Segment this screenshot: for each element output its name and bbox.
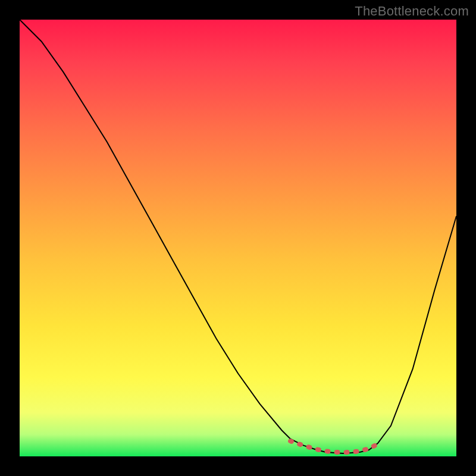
bottleneck-curve [20, 20, 456, 453]
chart-plot-area [20, 20, 456, 456]
optimal-range-highlight [290, 441, 378, 452]
chart-svg [20, 20, 456, 456]
watermark-text: TheBottleneck.com [355, 4, 469, 19]
